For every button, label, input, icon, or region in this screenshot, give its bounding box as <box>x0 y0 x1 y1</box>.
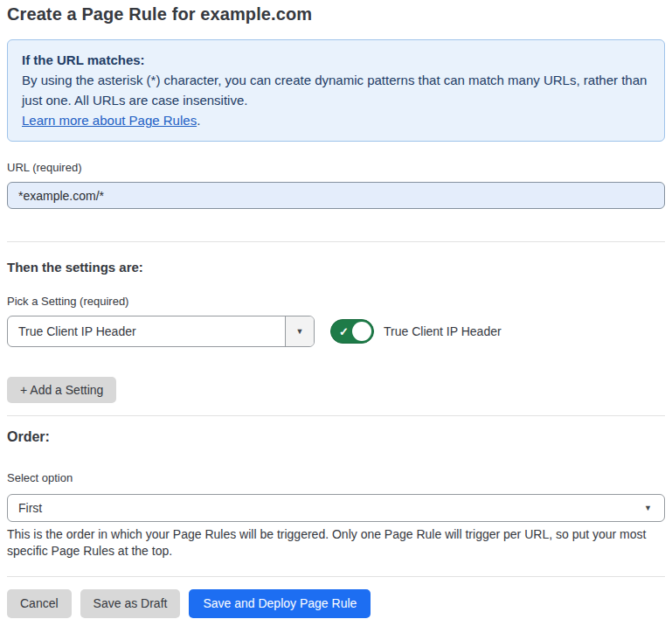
cancel-button[interactable]: Cancel <box>7 589 72 618</box>
page-title: Create a Page Rule for example.com <box>7 4 665 24</box>
order-select[interactable]: First ▼ <box>7 494 665 522</box>
divider <box>7 241 665 242</box>
checkmark-icon: ✓ <box>339 326 349 337</box>
add-setting-button[interactable]: + Add a Setting <box>7 377 116 403</box>
order-help-text: This is the order in which your Page Rul… <box>7 526 665 560</box>
order-section-heading: Order: <box>7 429 665 445</box>
url-match-info-box: If the URL matches: By using the asteris… <box>7 39 665 142</box>
toggle-knob <box>352 322 371 341</box>
form-actions: Cancel Save as Draft Save and Deploy Pag… <box>7 589 665 618</box>
info-box-body: By using the asterisk (*) character, you… <box>22 70 650 110</box>
settings-section-heading: Then the settings are: <box>7 260 665 275</box>
chevron-down-icon: ▼ <box>644 504 652 512</box>
order-select-value: First <box>18 501 42 515</box>
setting-select[interactable]: True Client IP Header ▼ <box>7 316 315 347</box>
chevron-down-icon: ▼ <box>296 328 304 336</box>
pick-setting-label: Pick a Setting (required) <box>7 295 665 308</box>
order-select-label: Select option <box>7 471 665 484</box>
save-as-draft-button[interactable]: Save as Draft <box>80 589 181 618</box>
save-and-deploy-button[interactable]: Save and Deploy Page Rule <box>189 589 371 618</box>
setting-row: True Client IP Header ▼ ✓ True Client IP… <box>7 316 665 347</box>
create-page-rule-form: Create a Page Rule for example.com If th… <box>0 0 672 618</box>
info-box-heading: If the URL matches: <box>22 50 650 70</box>
setting-select-value: True Client IP Header <box>8 316 285 346</box>
divider <box>7 415 665 416</box>
learn-more-link[interactable]: Learn more about Page Rules <box>22 113 197 128</box>
true-client-ip-toggle[interactable]: ✓ <box>330 319 374 344</box>
toggle-label: True Client IP Header <box>384 324 502 338</box>
divider <box>7 576 665 577</box>
link-suffix: . <box>197 113 200 128</box>
setting-select-arrow-button[interactable]: ▼ <box>285 316 314 346</box>
url-input[interactable] <box>7 182 665 209</box>
url-label: URL (required) <box>7 161 665 174</box>
info-box-link-line: Learn more about Page Rules. <box>22 110 650 130</box>
